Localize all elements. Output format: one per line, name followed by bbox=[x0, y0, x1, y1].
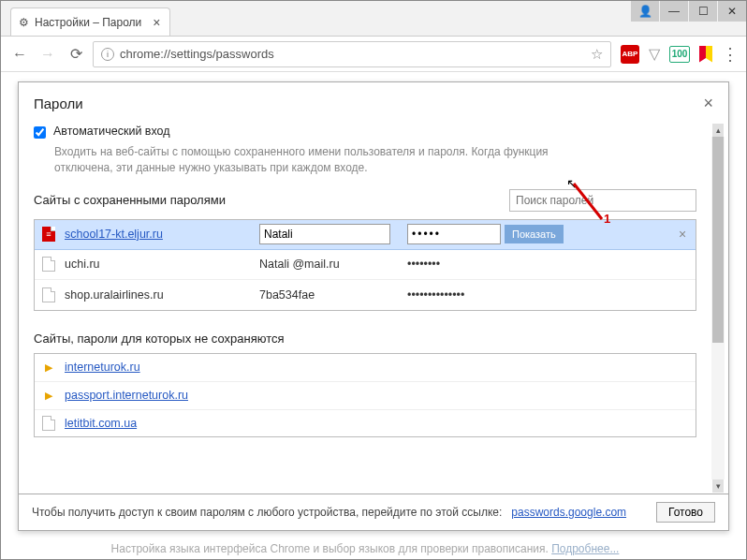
footer-link[interactable]: passwords.google.com bbox=[511, 506, 626, 519]
close-window-button[interactable]: ✕ bbox=[718, 1, 746, 22]
password-value: •••••••••••••• bbox=[407, 288, 667, 302]
dialog-title: Пароли bbox=[34, 96, 83, 111]
yandex-bookmark-icon[interactable] bbox=[699, 46, 712, 63]
dialog-close-button[interactable]: × bbox=[703, 94, 713, 113]
password-field[interactable] bbox=[407, 224, 501, 244]
table-row[interactable]: ▶ interneturok.ru bbox=[35, 354, 696, 382]
reload-button[interactable] bbox=[65, 43, 87, 66]
site-file-icon bbox=[42, 416, 55, 431]
tab-title: Настройки – Пароли bbox=[35, 16, 141, 29]
show-password-button[interactable]: Показать bbox=[505, 225, 564, 243]
username-field[interactable] bbox=[259, 224, 390, 244]
tab-close-icon[interactable]: × bbox=[153, 15, 160, 30]
page-content: Пароли × ▴ ▾ Автоматический вход Входить… bbox=[1, 72, 746, 559]
never-save-table: ▶ interneturok.ru ▶ passport.interneturo… bbox=[34, 353, 696, 437]
shield-icon[interactable]: ▽ bbox=[649, 45, 660, 63]
address-bar[interactable]: i ☆ bbox=[93, 41, 611, 67]
username-value: 7ba534fae bbox=[259, 288, 400, 302]
site-text: shop.uralairlines.ru bbox=[65, 288, 164, 302]
table-row[interactable]: ▶ passport.interneturok.ru bbox=[35, 382, 696, 410]
auto-login-checkbox[interactable] bbox=[34, 126, 46, 139]
minimize-button[interactable]: — bbox=[660, 1, 688, 22]
site-info-icon[interactable]: i bbox=[101, 48, 114, 61]
site-play-icon: ▶ bbox=[40, 359, 57, 376]
page-hint: Настройка языка интерфейса Chrome и выбо… bbox=[1, 542, 729, 555]
maximize-button[interactable]: ☐ bbox=[689, 1, 717, 22]
browser-toolbar: i ☆ ABP ▽ 100 ⋮ bbox=[1, 37, 746, 72]
gear-icon: ⚙ bbox=[19, 16, 29, 29]
saved-section-title: Сайты с сохраненными паролями bbox=[34, 193, 226, 207]
site-text: uchi.ru bbox=[65, 258, 100, 271]
adblock-icon[interactable]: ABP bbox=[621, 45, 639, 64]
table-row[interactable]: uchi.ru Natali @mail.ru •••••••• bbox=[35, 250, 696, 280]
window-controls: 👤 — ☐ ✕ bbox=[631, 1, 746, 22]
site-link[interactable]: school17-kt.eljur.ru bbox=[65, 228, 163, 241]
dialog-footer: Чтобы получить доступ к своим паролям с … bbox=[19, 494, 728, 530]
translate-icon[interactable]: 100 bbox=[669, 46, 690, 63]
auto-login-description: Входить на веб-сайты с помощью сохраненн… bbox=[54, 144, 579, 176]
site-link[interactable]: interneturok.ru bbox=[65, 361, 140, 374]
page-hint-text: Настройка языка интерфейса Chrome и выбо… bbox=[111, 542, 549, 555]
bookmark-star-icon[interactable]: ☆ bbox=[591, 46, 603, 63]
window-titlebar: ⚙ Настройки – Пароли × 👤 — ☐ ✕ bbox=[1, 1, 746, 37]
done-button[interactable]: Готово bbox=[656, 502, 715, 523]
page-hint-link[interactable]: Подробнее... bbox=[551, 542, 619, 555]
site-link[interactable]: passport.interneturok.ru bbox=[65, 389, 188, 402]
site-file-icon bbox=[42, 257, 55, 272]
extension-icons: ABP ▽ 100 ⋮ bbox=[617, 45, 739, 64]
site-play-icon: ▶ bbox=[40, 387, 57, 404]
site-file-icon bbox=[42, 287, 55, 302]
forward-button[interactable] bbox=[37, 43, 59, 66]
user-icon[interactable]: 👤 bbox=[631, 1, 659, 22]
footer-text: Чтобы получить доступ к своим паролям с … bbox=[32, 506, 502, 519]
username-value: Natali @mail.ru bbox=[259, 258, 400, 271]
table-row[interactable]: letitbit.com.ua bbox=[35, 410, 696, 437]
table-row[interactable]: shop.uralairlines.ru 7ba534fae •••••••••… bbox=[35, 280, 696, 310]
passwords-dialog: Пароли × ▴ ▾ Автоматический вход Входить… bbox=[18, 81, 729, 531]
chrome-menu-button[interactable]: ⋮ bbox=[722, 46, 739, 63]
site-doc-icon: ≡ bbox=[42, 227, 55, 242]
browser-tab[interactable]: ⚙ Настройки – Пароли × bbox=[10, 7, 170, 36]
never-section-title: Сайты, пароли для которых не сохраняются bbox=[34, 332, 696, 346]
saved-passwords-table: ≡ school17-kt.eljur.ru Показать × uchi.r… bbox=[34, 219, 696, 311]
password-search-input[interactable] bbox=[509, 189, 696, 212]
site-link[interactable]: letitbit.com.ua bbox=[65, 417, 137, 430]
url-input[interactable] bbox=[120, 47, 585, 61]
remove-row-button[interactable]: × bbox=[675, 227, 690, 242]
table-row[interactable]: ≡ school17-kt.eljur.ru Показать × bbox=[35, 220, 696, 250]
back-button[interactable] bbox=[8, 43, 31, 66]
auto-login-label: Автоматический вход bbox=[53, 125, 170, 138]
password-value: •••••••• bbox=[407, 258, 667, 271]
